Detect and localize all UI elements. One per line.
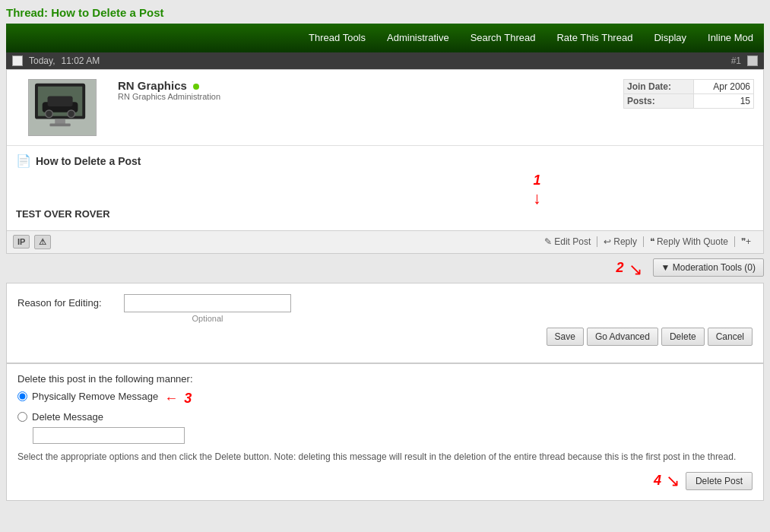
annotation-1-label: 1 <box>533 173 540 188</box>
post-number-area: #1 <box>731 55 758 66</box>
posts-value: 15 <box>693 94 753 109</box>
reply-icon: ↩ <box>604 236 611 247</box>
right-actions: ✎ Edit Post ↩ Reply ❝ Reply With Quote ❞… <box>538 236 757 247</box>
reason-field-container: Optional <box>124 294 291 323</box>
reply-link[interactable]: ↩ Reply <box>597 236 644 247</box>
post-content: 📄 How to Delete a Post 1 ↓ TEST OVER ROV… <box>7 146 763 230</box>
thread-title-bar: Thread: How to Delete a Post <box>6 6 764 19</box>
ip-button[interactable]: IP <box>13 235 30 249</box>
arrow-1-icon: ↓ <box>533 192 541 205</box>
delete-post-button[interactable]: Delete Post <box>686 472 753 490</box>
delete-reason-input[interactable] <box>33 427 185 444</box>
reply-with-quote-link[interactable]: ❝ Reply With Quote <box>644 236 735 247</box>
nav-display[interactable]: Display <box>643 24 697 52</box>
avatar <box>28 79 97 136</box>
user-info-section: RN Graphics RN Graphics Administration <box>112 76 620 139</box>
report-button[interactable]: ⚠ <box>34 235 51 249</box>
quote-icon: ❝ <box>650 236 654 247</box>
nav-thread-tools[interactable]: Thread Tools <box>298 24 376 52</box>
post-time: 11:02 AM <box>61 55 100 66</box>
annotation-2-area: 2 ↘ <box>616 260 642 280</box>
avatar-image <box>29 80 96 135</box>
edit-button-row: Save Go Advanced Delete Cancel <box>17 328 753 346</box>
annotation-1: 1 ↓ <box>533 173 541 205</box>
svg-rect-8 <box>49 123 70 126</box>
post-number: #1 <box>731 55 741 66</box>
stats-row-joindate: Join Date: Apr 2006 <box>624 80 754 94</box>
post-body: TEST OVER ROVER <box>16 208 754 220</box>
physically-remove-radio[interactable] <box>17 391 27 401</box>
nav-bar: Thread Tools Administrative Search Threa… <box>6 24 764 52</box>
moderation-tools-button[interactable]: ▼ Moderation Tools (0) <box>653 258 764 277</box>
edit-post-link[interactable]: ✎ Edit Post <box>538 236 597 247</box>
optional-label: Optional <box>124 314 291 323</box>
post-date: Today, <box>29 55 55 66</box>
go-advanced-button[interactable]: Go Advanced <box>587 328 658 346</box>
arrow-3-icon: ← <box>164 391 178 407</box>
delete-section: Delete this post in the following manner… <box>6 363 764 501</box>
post-checkbox[interactable] <box>747 55 758 66</box>
annotation-3-label: 3 <box>184 391 192 407</box>
stats-table: Join Date: Apr 2006 Posts: 15 <box>623 79 754 109</box>
physically-remove-label: Physically Remove Message <box>32 391 158 402</box>
delete-message-radio[interactable] <box>17 412 27 422</box>
post-container: RN Graphics RN Graphics Administration J… <box>6 69 764 254</box>
annotation-2-label: 2 <box>616 260 624 276</box>
user-stats-section: Join Date: Apr 2006 Posts: 15 <box>620 76 757 139</box>
delete-button[interactable]: Delete <box>661 328 705 346</box>
svg-point-6 <box>68 110 75 118</box>
thread-prefix: Thread: <box>6 6 48 19</box>
username: RN Graphics <box>118 79 614 92</box>
nav-inline-mod[interactable]: Inline Mod <box>697 24 764 52</box>
post-title-line: 📄 How to Delete a Post <box>16 154 754 168</box>
reason-label: Reason for Editing: <box>17 294 116 309</box>
arrow-2-icon: ↘ <box>629 260 642 280</box>
delete-notice: Select the appropriate options and then … <box>17 450 753 464</box>
post-title: How to Delete a Post <box>36 155 141 167</box>
save-button[interactable]: Save <box>547 328 584 346</box>
stats-row-posts: Posts: 15 <box>624 94 754 109</box>
arrow-4-icon: ↘ <box>666 471 680 491</box>
edit-post-label: Edit Post <box>554 236 591 247</box>
reason-for-editing-row: Reason for Editing: Optional <box>17 294 753 323</box>
edit-section: Reason for Editing: Optional Save Go Adv… <box>6 283 764 363</box>
join-date-label: Join Date: <box>624 80 694 94</box>
edit-icon: ✎ <box>544 236 552 247</box>
post-timestamp: Today, 11:02 AM <box>12 55 100 66</box>
avatar-section <box>13 76 112 139</box>
annotation-4-area: 4 ↘ <box>654 471 680 491</box>
annotation-4-label: 4 <box>654 473 661 489</box>
username-text: RN Graphics <box>118 79 187 92</box>
physically-remove-option[interactable]: Physically Remove Message <box>17 391 158 402</box>
delete-message-label: Delete Message <box>32 411 103 423</box>
posts-label: Posts: <box>624 94 694 109</box>
post-actions-bar: IP ⚠ ✎ Edit Post ↩ Reply ❝ Reply With Qu… <box>7 230 763 253</box>
svg-point-5 <box>46 110 53 118</box>
cancel-button[interactable]: Cancel <box>708 328 753 346</box>
svg-rect-4 <box>48 96 73 106</box>
nav-administrative[interactable]: Administrative <box>376 24 460 52</box>
nav-rate-thread[interactable]: Rate This Thread <box>546 24 643 52</box>
user-role: RN Graphics Administration <box>118 92 614 101</box>
left-action-icons: IP ⚠ <box>13 235 51 249</box>
reply-label: Reply <box>613 236 637 247</box>
reason-input[interactable] <box>124 294 291 312</box>
online-indicator <box>193 84 199 90</box>
post-icon <box>12 55 23 66</box>
post-meta-bar: Today, 11:02 AM #1 <box>6 52 764 69</box>
user-row: RN Graphics RN Graphics Administration J… <box>7 70 763 146</box>
delete-section-title: Delete this post in the following manner… <box>17 373 753 385</box>
delete-message-option[interactable]: Delete Message <box>17 411 753 423</box>
thread-name: How to Delete a Post <box>51 6 163 19</box>
nav-search-thread[interactable]: Search Thread <box>460 24 547 52</box>
join-date-value: Apr 2006 <box>693 80 753 94</box>
multi-quote-icon: ❞+ <box>741 236 751 247</box>
document-icon: 📄 <box>16 154 31 168</box>
multi-quote-link[interactable]: ❞+ <box>735 236 757 247</box>
reply-quote-label: Reply With Quote <box>657 236 728 247</box>
